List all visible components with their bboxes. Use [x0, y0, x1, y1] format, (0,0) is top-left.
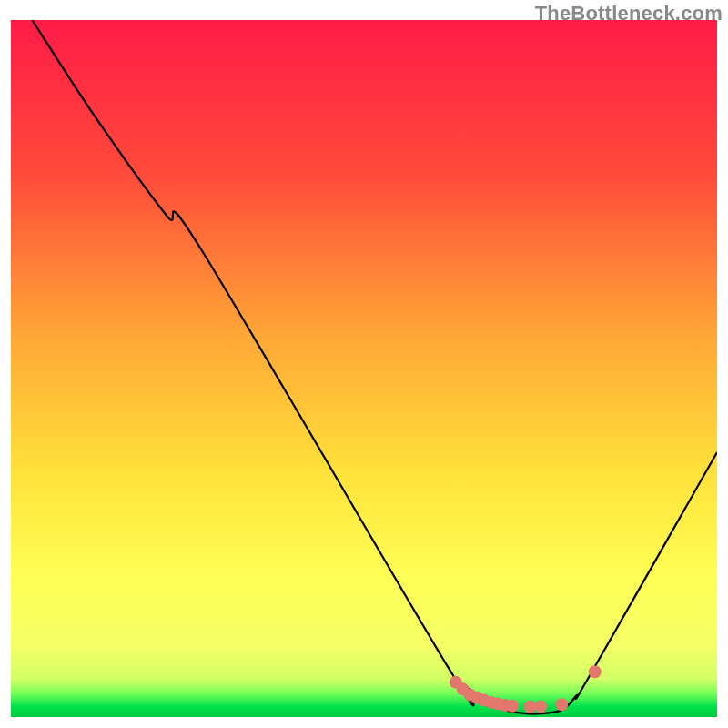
gradient-background [11, 20, 717, 717]
data-marker [555, 698, 568, 711]
data-marker [589, 665, 602, 678]
data-marker [506, 700, 519, 713]
chart-svg [0, 0, 728, 728]
attribution-label: TheBottleneck.com [535, 2, 723, 25]
bottleneck-chart: TheBottleneck.com [0, 0, 728, 728]
data-marker [534, 701, 547, 713]
